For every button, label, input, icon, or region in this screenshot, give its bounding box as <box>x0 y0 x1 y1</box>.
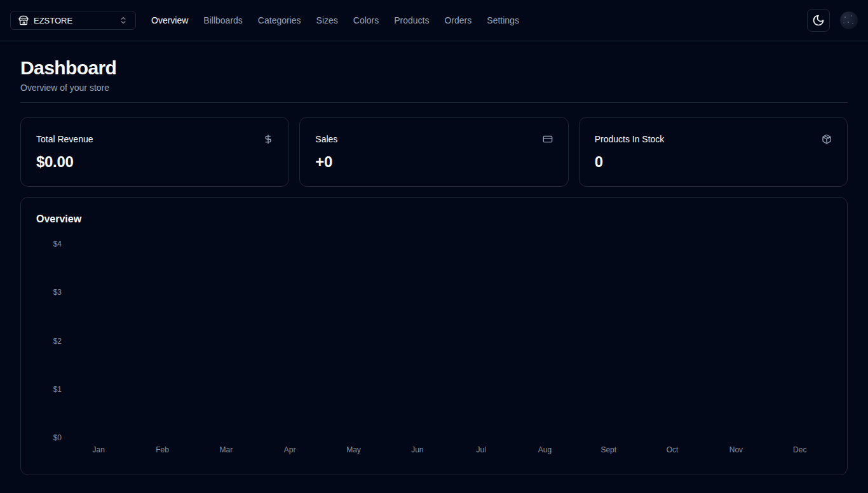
stats-row: Total Revenue $0.00 Sales +0 <box>20 117 848 187</box>
store-icon <box>18 15 29 25</box>
stat-card-total-revenue: Total Revenue $0.00 <box>20 117 289 187</box>
nav-link-sizes[interactable]: Sizes <box>316 15 338 25</box>
x-axis-tick: Feb <box>130 445 194 459</box>
theme-toggle-button[interactable] <box>807 9 830 32</box>
x-axis-tick: May <box>322 445 385 459</box>
chevrons-up-down-icon <box>119 16 128 25</box>
credit-card-icon <box>543 134 553 144</box>
nav-link-overview[interactable]: Overview <box>151 15 188 25</box>
x-axis-tick: Jun <box>386 445 449 459</box>
navbar: EZSTORE Overview Billboards Categories S… <box>0 0 868 41</box>
stat-card-header: Total Revenue <box>36 133 273 145</box>
store-switcher-label: EZSTORE <box>34 16 72 25</box>
store-switcher-button[interactable]: EZSTORE <box>10 11 136 30</box>
chart-plot-area <box>67 240 832 443</box>
main-content: Dashboard Overview of your store Total R… <box>0 41 868 490</box>
stat-title: Products In Stock <box>595 133 665 145</box>
x-axis-tick: Apr <box>258 445 322 459</box>
stat-value: 0 <box>595 153 832 171</box>
stat-value: +0 <box>315 153 552 171</box>
y-axis-tick: $2 <box>53 337 62 346</box>
x-axis-tick: Sept <box>577 445 641 459</box>
nav-link-billboards[interactable]: Billboards <box>203 15 242 25</box>
overview-chart-title: Overview <box>36 213 832 226</box>
stat-card-header: Sales <box>315 133 552 145</box>
nav-link-settings[interactable]: Settings <box>487 15 519 25</box>
revenue-bar-chart: $4 $3 $2 $1 $0 Jan Feb Mar Apr May Jun J… <box>36 240 832 459</box>
nav-link-products[interactable]: Products <box>394 15 429 25</box>
chart-y-axis: $4 $3 $2 $1 $0 <box>36 240 67 443</box>
x-axis-tick: Jan <box>67 445 130 459</box>
x-axis-tick: Oct <box>641 445 704 459</box>
user-avatar[interactable] <box>840 11 858 29</box>
y-axis-tick: $0 <box>53 433 62 443</box>
x-axis-tick: Mar <box>194 445 258 459</box>
stat-card-products-in-stock: Products In Stock 0 <box>579 117 848 187</box>
stat-card-sales: Sales +0 <box>299 117 568 187</box>
package-icon <box>822 134 832 144</box>
x-axis-tick: Nov <box>704 445 768 459</box>
stat-card-header: Products In Stock <box>595 133 832 145</box>
main-nav: Overview Billboards Categories Sizes Col… <box>151 15 519 25</box>
stat-value: $0.00 <box>36 153 273 171</box>
nav-link-categories[interactable]: Categories <box>258 15 301 25</box>
moon-icon <box>812 14 825 27</box>
stat-title: Sales <box>315 133 337 145</box>
dollar-sign-icon <box>263 134 273 144</box>
page-subtitle: Overview of your store <box>20 82 848 93</box>
store-switcher-left: EZSTORE <box>18 15 72 25</box>
chart-x-axis: Jan Feb Mar Apr May Jun Jul Aug Sept Oct… <box>67 443 832 459</box>
y-axis-tick: $3 <box>53 288 62 297</box>
separator <box>20 102 848 103</box>
x-axis-tick: Aug <box>513 445 576 459</box>
nav-link-colors[interactable]: Colors <box>353 15 379 25</box>
page-title: Dashboard <box>20 57 848 79</box>
x-axis-tick: Dec <box>768 445 832 459</box>
navbar-right <box>807 9 858 32</box>
nav-link-orders[interactable]: Orders <box>445 15 472 25</box>
y-axis-tick: $4 <box>53 240 62 249</box>
overview-chart-card: Overview $4 $3 $2 $1 $0 Jan Feb Mar Apr … <box>20 197 848 475</box>
x-axis-tick: Jul <box>449 445 513 459</box>
stat-title: Total Revenue <box>36 133 93 145</box>
y-axis-tick: $1 <box>53 385 62 395</box>
